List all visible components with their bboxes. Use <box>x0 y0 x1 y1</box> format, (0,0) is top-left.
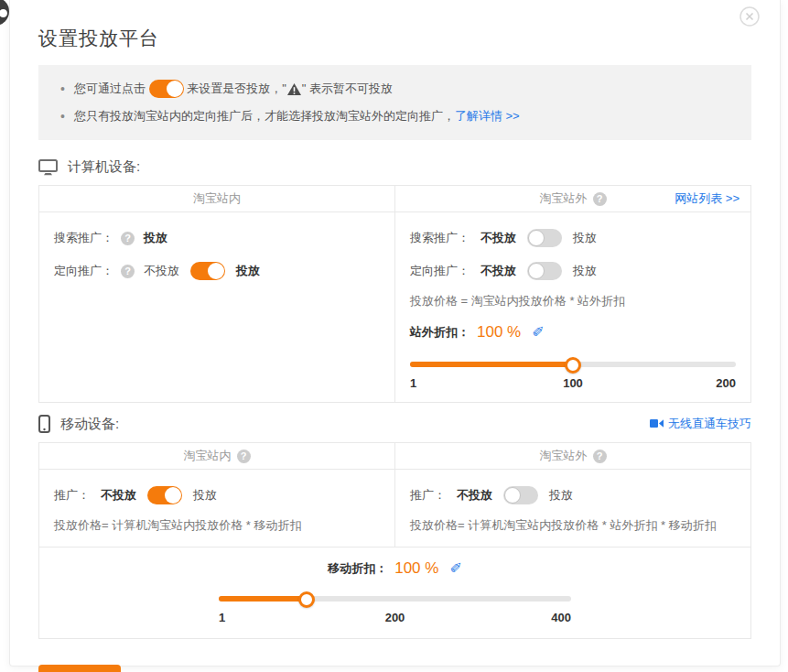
mobile-discount-row: 移动折扣： 100 % ✐ 1 200 400 <box>39 547 750 638</box>
computer-onsite-search-row: 搜索推广： ? 投放 <box>54 222 380 255</box>
bullet-dot: • <box>60 109 65 124</box>
computer-offsite-target-toggle[interactable] <box>527 262 562 280</box>
mobile-onsite-cell: 推广： 不投放 投放 投放价格= 计算机淘宝站内投放价格 * 移动折扣 <box>39 470 394 547</box>
mobile-discount-slider[interactable] <box>219 591 571 606</box>
offsite-slider-ticks: 1 100 200 <box>410 376 736 393</box>
mobile-discount-value: 100 % <box>394 559 438 578</box>
promo-on-label: 投放 <box>193 487 217 504</box>
computer-offsite-search-row: 搜索推广： 不投放 投放 <box>410 222 736 255</box>
computer-icon <box>38 159 58 176</box>
computer-onsite-cell: 搜索推广： ? 投放 定向推广： ? 不投放 投放 <box>39 212 394 402</box>
toggle-knob <box>504 487 521 504</box>
computer-onsite-header-label: 淘宝站内 <box>193 190 241 207</box>
tick-max: 200 <box>716 376 736 393</box>
computer-offsite-target-row: 定向推广： 不投放 投放 <box>410 255 736 287</box>
computer-offsite-search-toggle[interactable] <box>527 229 562 247</box>
save-settings-button[interactable]: 保存设置 <box>38 665 121 672</box>
bullet-dot: • <box>60 81 65 96</box>
mobile-offsite-promo-toggle[interactable] <box>503 486 538 504</box>
wireless-tips-link[interactable]: 无线直通车技巧 <box>650 416 751 432</box>
target-promo-help-icon[interactable]: ? <box>121 265 135 278</box>
close-icon[interactable] <box>739 6 760 27</box>
search-on-label: 投放 <box>573 230 597 246</box>
mobile-onsite-help-icon[interactable]: ? <box>237 450 251 463</box>
mobile-discount-inner: 移动折扣： 100 % ✐ 1 200 400 <box>219 557 571 627</box>
computer-section-title: 计算机设备: <box>68 158 140 176</box>
promo-off-label: 不投放 <box>101 487 136 504</box>
toggle-knob <box>208 263 224 279</box>
notice1-post: " 表示暂不可投放 <box>302 81 393 97</box>
slider-handle[interactable] <box>298 591 315 608</box>
wireless-tips-label: 无线直通车技巧 <box>668 416 751 432</box>
promo-off-label: 不投放 <box>457 487 492 504</box>
mobile-offsite-formula: 投放价格= 计算机淘宝站内投放价格 * 站外折扣 * 移动折扣 <box>410 514 736 537</box>
offsite-discount-value: 100 % <box>477 323 521 341</box>
computer-offsite-header: 淘宝站外 ? 网站列表 >> <box>394 186 750 211</box>
target-off-label: 不投放 <box>144 263 179 279</box>
notice1-mid: 来设置是否投放，" <box>184 81 286 97</box>
computer-offsite-header-label: 淘宝站外 <box>540 190 588 207</box>
mobile-icon <box>38 415 50 433</box>
computer-onsite-target-toggle[interactable] <box>190 262 225 280</box>
tick-mid: 200 <box>385 611 405 624</box>
computer-section-header: 计算机设备: <box>38 158 751 176</box>
mobile-table-header: 淘宝站内 ? 淘宝站外 ? <box>39 443 750 470</box>
target-off-label: 不投放 <box>480 263 516 279</box>
search-promo-label: 搜索推广： <box>54 230 113 246</box>
offsite-discount-slider[interactable] <box>410 357 736 372</box>
offsite-price-formula: 投放价格 = 淘宝站内投放价格 * 站外折扣 <box>410 289 736 313</box>
edit-pencil-icon[interactable]: ✐ <box>449 561 461 576</box>
background-badge <box>0 0 9 26</box>
screen: 设置投放平台 • 您可通过点击 来设置是否投放，" " 表示暂不可投放 • <box>0 0 788 672</box>
video-icon <box>650 417 664 431</box>
target-promo-label: 定向推广： <box>54 263 113 279</box>
target-promo-label: 定向推广： <box>410 263 470 279</box>
edit-pencil-icon[interactable]: ✐ <box>532 325 544 340</box>
toggle-knob <box>528 263 545 279</box>
mobile-onsite-header: 淘宝站内 ? <box>39 443 394 469</box>
toggle-knob <box>528 230 545 246</box>
mobile-discount-line: 移动折扣： 100 % ✐ <box>219 557 571 580</box>
search-promo-state: 投放 <box>144 230 167 246</box>
settings-dialog: 设置投放平台 • 您可通过点击 来设置是否投放，" " 表示暂不可投放 • <box>9 0 781 667</box>
offsite-help-icon[interactable]: ? <box>593 192 607 206</box>
site-list-link[interactable]: 网站列表 >> <box>675 186 739 211</box>
notice-line-toggle: • 您可通过点击 来设置是否投放，" " 表示暂不可投放 <box>60 75 729 103</box>
computer-offsite-cell: 搜索推广： 不投放 投放 定向推广： 不投放 投放 投放价格 = 淘宝站内投放价… <box>394 212 750 402</box>
slider-fill <box>410 362 573 367</box>
offsite-discount-label: 站外折扣： <box>410 324 470 341</box>
tick-max: 400 <box>551 611 571 627</box>
target-on-label: 投放 <box>573 263 597 279</box>
toggle-knob <box>167 81 183 97</box>
target-on-label: 投放 <box>236 263 260 279</box>
computer-table-header: 淘宝站内 淘宝站外 ? 网站列表 >> <box>39 186 750 212</box>
notice2-text: 您只有投放淘宝站内的定向推广后，才能选择投放淘宝站外的定向推广， <box>74 108 455 125</box>
mobile-offsite-promo-row: 推广： 不投放 投放 <box>410 479 736 512</box>
mobile-section-header: 移动设备: 无线直通车技巧 <box>38 415 751 433</box>
learn-more-link[interactable]: 了解详情 >> <box>455 108 520 125</box>
mobile-table: 淘宝站内 ? 淘宝站外 ? 推广： 不投放 投放 投放价格= 计算机淘宝站内投 <box>38 442 751 639</box>
notice-box: • 您可通过点击 来设置是否投放，" " 表示暂不可投放 • 您只有投放淘宝站内… <box>38 65 751 140</box>
tick-min: 1 <box>410 376 416 393</box>
toggle-knob <box>165 487 181 504</box>
tick-min: 1 <box>219 611 225 627</box>
notice-line-prereq: • 您只有投放淘宝站内的定向推广后，才能选择投放淘宝站外的定向推广， 了解详情 … <box>60 103 729 130</box>
promo-on-label: 投放 <box>549 487 573 504</box>
computer-onsite-header: 淘宝站内 <box>39 186 394 211</box>
mobile-section-title: 移动设备: <box>60 416 119 433</box>
mobile-onsite-promo-row: 推广： 不投放 投放 <box>54 479 380 512</box>
search-promo-help-icon[interactable]: ? <box>121 232 135 245</box>
mobile-offsite-help-icon[interactable]: ? <box>593 450 607 463</box>
warning-icon <box>287 83 301 95</box>
promo-label: 推广： <box>54 487 90 504</box>
notice1-pre: 您可通过点击 <box>74 81 149 97</box>
mobile-slider-ticks: 1 200 400 <box>219 611 571 627</box>
search-off-label: 不投放 <box>480 230 516 246</box>
mobile-offsite-header-label: 淘宝站外 <box>540 448 588 464</box>
page-title: 设置投放平台 <box>38 26 751 51</box>
promo-label: 推广： <box>410 487 446 504</box>
mobile-discount-label: 移动折扣： <box>328 560 387 577</box>
tick-mid: 100 <box>563 376 583 390</box>
slider-handle[interactable] <box>565 357 581 374</box>
mobile-onsite-promo-toggle[interactable] <box>147 486 182 504</box>
